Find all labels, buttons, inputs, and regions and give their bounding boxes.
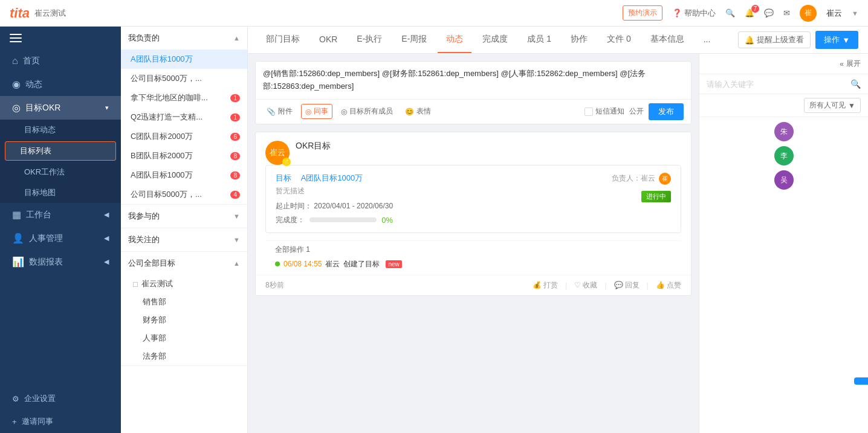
reply-action[interactable]: 💬 回复 <box>614 280 640 290</box>
dropdown-arrow: ▼ <box>848 101 855 110</box>
menu-toggle-button[interactable] <box>0 27 121 50</box>
emoji-tool[interactable]: 😊 表情 <box>401 104 435 118</box>
tree-item-finance[interactable]: 财务部 <box>121 311 247 329</box>
sms-checkbox[interactable] <box>585 107 593 116</box>
sidebar-item-enterprise-settings[interactable]: ⚙ 企业设置 <box>0 387 121 410</box>
right-avatar-zhu[interactable]: 朱 <box>774 122 794 141</box>
sidebar-item-okr[interactable]: ◎ 目标OKR ▾ <box>0 96 121 120</box>
remind-button[interactable]: 🔔 提醒上级查看 <box>738 31 811 48</box>
progress-row: 完成度： 0% <box>276 215 393 225</box>
okr-icon: ◎ <box>12 102 21 114</box>
notification-area[interactable]: 🔔 7 <box>745 8 754 18</box>
badge-7: 4 <box>230 191 240 199</box>
tab-e-weekly[interactable]: E-周报 <box>393 27 435 53</box>
visible-select[interactable]: 所有人可见 ▼ <box>804 98 861 113</box>
sub-item-target-list[interactable]: 目标列表 <box>5 141 116 161</box>
company-all-header[interactable]: 公司全部目标 ▲ <box>121 252 247 275</box>
tab-e-exec[interactable]: E-执行 <box>348 27 390 53</box>
operate-button[interactable]: 操作 ▼ <box>815 31 858 49</box>
colleague-icon: ◎ <box>305 107 311 116</box>
search-input[interactable] <box>707 80 850 89</box>
sub-item-okr-method[interactable]: OKR工作法 <box>0 162 121 182</box>
like-icon: 👍 <box>656 281 665 289</box>
expand-icon: « <box>840 60 844 68</box>
right-panel: ◀ « 展开 🔍 所有人可见 ▼ <box>699 54 868 433</box>
favorite-action[interactable]: ♡ 收藏 <box>574 280 597 290</box>
list-item-2[interactable]: 拿下华北地区的咖啡... 1 <box>121 88 247 107</box>
badge-2: 1 <box>230 94 240 102</box>
attachment-tool[interactable]: 📎 附件 <box>263 104 296 118</box>
list-item-4[interactable]: C团队目标2000万 6 <box>121 127 247 146</box>
okr-card-title[interactable]: 目标 A团队目标1000万 <box>276 173 393 184</box>
tab-completion[interactable]: 完成度 <box>474 27 516 53</box>
my-responsible-header[interactable]: 我负责的 ▲ <box>121 27 247 50</box>
list-item-1[interactable]: 公司目标5000万，... <box>121 69 247 88</box>
tab-cooperate[interactable]: 协作 <box>562 27 596 53</box>
tab-activity[interactable]: 动态 <box>438 27 471 53</box>
messages-button[interactable]: 💬 <box>764 8 774 18</box>
in-progress-badge: 进行中 <box>641 191 671 202</box>
sidebar-item-hr[interactable]: 👤 人事管理 ◀ <box>0 226 121 250</box>
sidebar-item-invite[interactable]: + 邀请同事 <box>0 410 121 433</box>
tree-item-legal[interactable]: 法务部 <box>121 347 247 365</box>
tab-files[interactable]: 文件 0 <box>598 27 640 53</box>
badge-4: 6 <box>230 133 240 141</box>
emoji-icon: 😊 <box>405 107 414 116</box>
main-layout: ⌂ 首页 ◉ 动态 ◎ 目标OKR ▾ 目标动态 目标列表 OKR工作法 目标地… <box>0 27 868 433</box>
tree-item-hr[interactable]: 人事部 <box>121 329 247 347</box>
colleague-tool[interactable]: ◎ 同事 <box>301 104 332 119</box>
user-avatar[interactable]: 崔 <box>800 5 817 22</box>
tab-more[interactable]: ... <box>695 27 719 53</box>
expand-arrow: ▲ <box>233 34 240 42</box>
sub-item-target-map[interactable]: 目标地图 <box>0 182 121 203</box>
sidebar-item-workspace[interactable]: ▦ 工作台 ◀ <box>0 203 121 226</box>
sidebar-item-label: 目标OKR <box>25 103 60 114</box>
email-button[interactable]: ✉ <box>783 8 790 18</box>
tab-okr[interactable]: OKR <box>311 27 346 53</box>
send-button[interactable]: 发布 <box>649 103 684 120</box>
list-item-3[interactable]: Q2迅速打造一支精... 1 <box>121 107 247 127</box>
okr-card-header: 目标 A团队目标1000万 暂无描述 起止时间： 2020/04/01 - 20… <box>276 173 671 225</box>
my-following-section: 我关注的 ▼ <box>121 228 247 252</box>
tree-item-sales[interactable]: 销售部 <box>121 293 247 311</box>
my-participating-header[interactable]: 我参与的 ▼ <box>121 205 247 228</box>
like-action[interactable]: 👍 点赞 <box>656 280 681 290</box>
sidebar-item-activity[interactable]: ◉ 动态 <box>0 72 121 96</box>
tab-dept-target[interactable]: 部门目标 <box>257 27 308 53</box>
hamburger-icon <box>10 34 22 42</box>
search-button[interactable]: 🔍 <box>725 8 735 18</box>
compose-input[interactable]: @[销售部:152860:dep_members] @[财务部:152861:d… <box>256 62 691 99</box>
user-menu-arrow[interactable]: ▼ <box>852 10 858 17</box>
post-footer: 8秒前 💰 打赏 | ♡ 收藏 | <box>256 275 691 295</box>
list-item-5[interactable]: B团队目标2000万 8 <box>121 146 247 165</box>
activity-time: 06/08 14:55 <box>283 260 322 268</box>
new-badge: new <box>386 260 401 268</box>
tabs-right: 🔔 提醒上级查看 操作 ▼ <box>738 31 858 49</box>
sidebar-item-home[interactable]: ⌂ 首页 <box>0 50 121 72</box>
all-ops-button[interactable]: 全部操作 1 <box>275 245 672 255</box>
target-members-tool[interactable]: ◎ 目标所有成员 <box>337 104 397 118</box>
list-item-7[interactable]: 公司目标5000万，... 4 <box>121 185 247 204</box>
my-following-header[interactable]: 我关注的 ▼ <box>121 228 247 251</box>
right-panel-toggle[interactable]: ◀ <box>699 231 699 255</box>
post-time: 8秒前 <box>265 280 284 290</box>
tree-item-company[interactable]: □ 崔云测试 <box>121 275 247 293</box>
list-item-6[interactable]: A团队目标1000万 8 <box>121 165 247 185</box>
post-type-label: OKR目标 <box>296 141 681 152</box>
sidebar-item-data[interactable]: 📊 数据报表 ◀ <box>0 250 121 274</box>
workspace-icon: ▦ <box>12 209 21 220</box>
tab-members[interactable]: 成员 1 <box>519 27 560 53</box>
help-button[interactable]: ❓ 帮助中心 <box>672 8 716 19</box>
expand-button[interactable]: « 展开 <box>840 59 861 69</box>
tree-expand-icon: □ <box>133 280 138 289</box>
list-item-0[interactable]: A团队目标1000万 <box>121 50 247 69</box>
right-avatar-li[interactable]: 李 <box>774 146 794 165</box>
forward-action[interactable]: 💰 打赏 <box>533 280 558 290</box>
post-header: 崔云 ⭐ OKR目标 <box>256 132 691 165</box>
cs-widget[interactable]: 在线客服 <box>854 377 868 385</box>
tab-basic-info[interactable]: 基本信息 <box>642 27 693 53</box>
reserve-button[interactable]: 预约演示 <box>623 5 662 21</box>
right-avatar-wu[interactable]: 吴 <box>774 170 794 190</box>
sub-item-target-activity[interactable]: 目标动态 <box>0 120 121 140</box>
okr-submenu: 目标动态 目标列表 OKR工作法 目标地图 <box>0 120 121 203</box>
